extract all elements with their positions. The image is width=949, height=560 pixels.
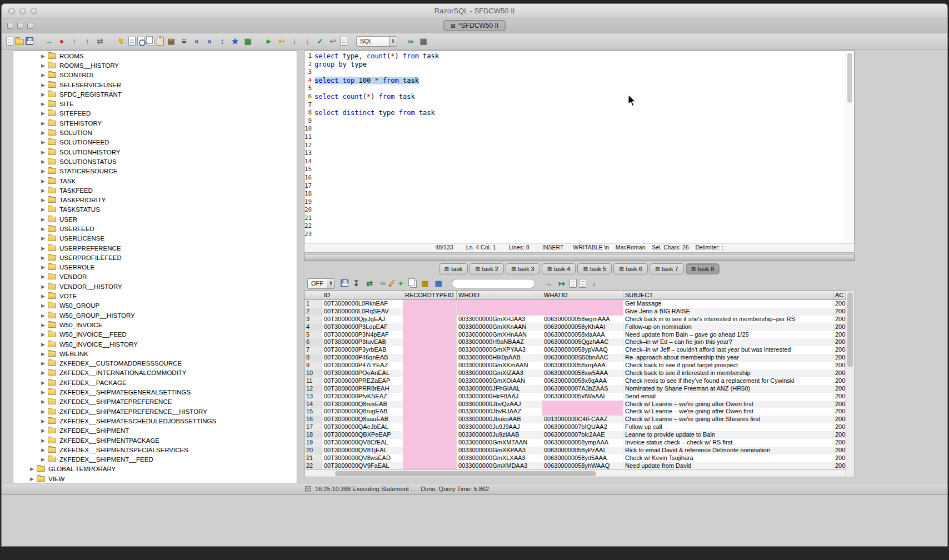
tree-item-table[interactable]: ▶STATICRESOURCE (13, 167, 297, 176)
row-number[interactable]: 2 (304, 308, 322, 316)
tree-item-table[interactable]: ▶W50_INVOICE__HISTORY (13, 339, 297, 349)
grid-cell[interactable]: 200 (833, 462, 846, 470)
row-number[interactable]: 13 (304, 393, 322, 401)
grid-cell[interactable]: 00T3000000QAeJbEAL (322, 423, 403, 431)
grid-cell[interactable]: 200 (833, 439, 846, 447)
disclosure-triangle-icon[interactable]: ▶ (29, 476, 35, 482)
grid-cell[interactable]: 006300000058x9qAAA (542, 377, 623, 385)
grid-cell[interactable]: Re–approach about membership this year (623, 354, 833, 362)
disclosure-triangle-icon[interactable]: ▶ (40, 438, 46, 443)
grid-cell[interactable]: 200 (833, 354, 846, 362)
grid-cell[interactable]: Check–in w/ Ed – can he join this year? (623, 338, 833, 346)
grid-cell[interactable]: 00T3000000P46qnEAB (322, 354, 403, 362)
tree-item-table[interactable]: ▶USER (13, 214, 297, 224)
disclosure-triangle-icon[interactable]: ▶ (40, 149, 46, 155)
editor-line[interactable]: 8select distinct type from task (304, 109, 854, 117)
shift-left-icon[interactable]: « (191, 36, 202, 47)
table-row[interactable]: 500T3000000P3N4pEAF0033000000GmXHnAAN006… (304, 331, 846, 339)
edit-sql-icon[interactable] (128, 37, 136, 46)
disclosure-triangle-icon[interactable]: ▶ (40, 389, 46, 395)
disclosure-triangle-icon[interactable]: ▶ (40, 188, 46, 193)
grid-cell[interactable]: Check nexis to see if they've found a re… (623, 377, 833, 385)
grid-cell[interactable]: 200 (833, 331, 846, 339)
scrollbar-thumb[interactable] (847, 53, 852, 103)
disclosure-triangle-icon[interactable]: ▶ (40, 168, 46, 174)
editor-line[interactable]: 10 (304, 125, 854, 133)
grid-cell[interactable]: Send email (623, 393, 833, 401)
tree-item-table[interactable]: ▶VENDOR__HISTORY (13, 282, 297, 291)
grid-cell[interactable] (403, 393, 457, 401)
grid-cell[interactable]: 00T3000000POeAnEAL (322, 369, 403, 377)
row-number[interactable]: 10 (304, 369, 322, 377)
edit-pencil-icon[interactable] (388, 279, 395, 287)
table-row[interactable]: 200T3000000L0RqSEAVGive Jenn a BIG RAISE… (304, 308, 846, 316)
editor-line[interactable]: 12 (304, 142, 854, 150)
disclosure-triangle-icon[interactable]: ▶ (40, 255, 46, 261)
grid-cell[interactable] (403, 377, 457, 385)
statement-type-select[interactable]: SQL ▲▼ (356, 36, 397, 47)
tree-item-table[interactable]: ▶SFDC_REGISTRANT (13, 89, 297, 99)
editor-line[interactable]: 21 (304, 214, 854, 223)
tree-item-table[interactable]: ▶ZKFEDEX__SHIPMENTSPECIALSERVICES (13, 445, 297, 454)
export-results-icon[interactable]: ↧ (351, 278, 362, 289)
grid-cell[interactable]: Check w/ Leanne – we're going after Owen… (623, 408, 833, 416)
editor-line[interactable]: 23 (304, 231, 854, 239)
table-edit-icon[interactable]: ▦ (242, 36, 253, 47)
table-row[interactable]: 1100T3000000PREZaEAP0033000000GmXOiAAN00… (304, 377, 846, 385)
titlebar[interactable]: RazorSQL - SFDCW50 II (2, 4, 947, 18)
editor-line[interactable]: 13 (304, 149, 854, 158)
tree-item-table[interactable]: ▶SELFSERVICEUSER (13, 80, 297, 89)
column-header[interactable]: RECORDTYPEID (403, 291, 457, 299)
add-row-icon[interactable]: + (395, 278, 406, 289)
editor-line[interactable]: 5 (304, 84, 854, 93)
grid-cell[interactable]: Need update from Bain – gave go ahead 1/… (623, 331, 833, 339)
row-number[interactable]: 15 (304, 408, 322, 416)
sql-editor[interactable]: 1select type, count(*) from task2group b… (304, 51, 855, 243)
grid-cell[interactable]: 200 (833, 423, 846, 431)
disclosure-triangle-icon[interactable]: ▶ (40, 380, 46, 386)
row-number[interactable]: 3 (304, 316, 322, 323)
table-row[interactable]: 1700T3000000QAeJbEAL0033000000Ju9J9AAJ00… (304, 423, 846, 431)
table-row[interactable]: 400T3000000P3LopEAF0033000000GmXKnAAN006… (304, 323, 846, 331)
history-icon[interactable] (340, 37, 347, 46)
import-icon[interactable]: → (43, 36, 54, 47)
close-tab-icon[interactable]: ⊠ (511, 266, 516, 272)
grid-cell[interactable]: 200 (833, 385, 846, 393)
result-tab[interactable]: ⊠task 5 (577, 263, 612, 274)
close-tab-icon[interactable]: ⊠ (444, 266, 449, 272)
tree-item-table[interactable]: ▶W50_GROUP (13, 301, 297, 311)
grid-cell[interactable]: 0033000000H9aNBAAZ (457, 338, 542, 346)
grid-cell[interactable] (403, 354, 457, 362)
editor-line[interactable]: 14 (304, 158, 854, 166)
grid-cell[interactable] (403, 401, 457, 408)
close-tab-icon[interactable]: ⊠ (547, 266, 552, 272)
tree-item-table[interactable]: ▶TASKFEED (13, 186, 297, 195)
validate-icon[interactable]: ✓ (314, 36, 326, 47)
scrollbar-thumb[interactable] (335, 471, 596, 476)
tree-item-table[interactable]: ▶W50_INVOICE__FEED (13, 330, 297, 339)
grid-cell[interactable]: 00T3000000Q8rexEAB (322, 401, 403, 408)
grid-cell[interactable]: 0033000000GmXKmAAN (457, 362, 542, 369)
row-number[interactable]: 16 (304, 416, 322, 423)
grid-cell[interactable] (403, 369, 457, 377)
disclosure-triangle-icon[interactable]: ▶ (40, 101, 46, 107)
editor-line-text[interactable]: select top 100 * from task (314, 77, 419, 85)
grid-cell[interactable] (403, 300, 457, 308)
combo-stepper-icon[interactable]: ▲▼ (389, 37, 397, 46)
tree-item-table[interactable]: ▶USERPREFERENCE (13, 243, 297, 253)
grid-cell[interactable]: 0033000000GmXIZAA3 (457, 369, 542, 377)
grid-cell[interactable]: 00T3000000L0RqSEAV (322, 308, 403, 316)
grid-cell[interactable]: 006300000058ypVAAQ (542, 346, 623, 354)
save-results-icon[interactable] (341, 279, 348, 287)
result-tab[interactable]: ⊠task 8 (686, 263, 720, 274)
commit-icon[interactable]: ↑ (69, 36, 80, 47)
copy-icon[interactable] (146, 36, 153, 44)
document-tab[interactable]: ⊠ *SFDCW50 II (443, 20, 506, 31)
tree-item-table[interactable]: ▶SOLUTIONSTATUS (13, 157, 297, 166)
tree-item-table[interactable]: ▶W50_GROUP__HISTORY (13, 311, 297, 320)
grid-cell[interactable]: 00T3000000P3tuvEAB (322, 338, 403, 346)
grid-cell[interactable]: 006300000058xrqAAA (542, 362, 623, 369)
editor-line-text[interactable]: select distinct type from task (314, 109, 435, 117)
search-jump-icon[interactable]: ↦ (556, 278, 567, 289)
grid-cell[interactable]: 200 (833, 431, 846, 439)
